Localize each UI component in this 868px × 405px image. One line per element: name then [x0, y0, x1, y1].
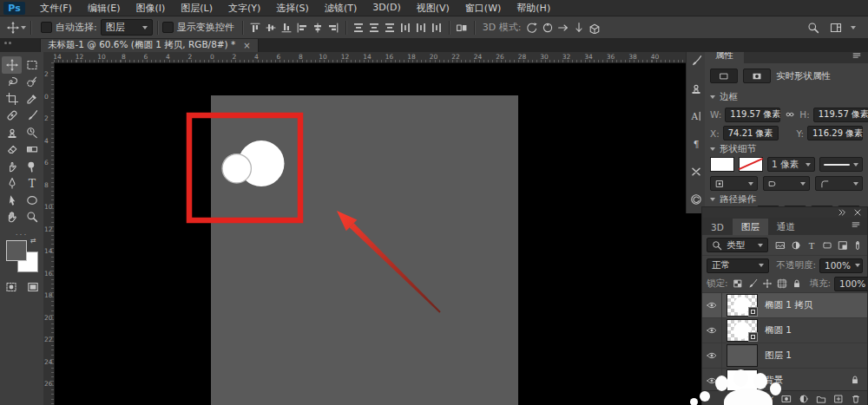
stroke-style-dropdown[interactable]	[819, 157, 863, 172]
screen-mode-icon[interactable]	[25, 279, 41, 295]
layer-thumbnail[interactable]	[727, 344, 758, 367]
para-panel-panel-icon[interactable]: ¶	[688, 136, 704, 152]
stroke-width-dropdown[interactable]: 1 像素	[767, 157, 815, 172]
align-left-icon[interactable]	[294, 20, 310, 36]
smart-filter-icon[interactable]	[836, 238, 849, 253]
close-tab-icon[interactable]: ×	[243, 41, 250, 50]
dist-h-icon[interactable]	[398, 20, 413, 36]
crop-tool[interactable]	[2, 90, 22, 108]
layer-row[interactable]: 图层 1	[702, 343, 867, 369]
tools-overflow-dots[interactable]: ...	[0, 228, 43, 237]
tool-preset-caret-icon[interactable]	[21, 26, 26, 29]
menu-帮助[interactable]: 帮助(H)	[509, 2, 558, 15]
lasso-tool[interactable]	[2, 74, 22, 91]
lock-lock-transp-icon[interactable]	[732, 276, 744, 291]
3d-drag-icon[interactable]	[556, 20, 571, 36]
close-panel-icon[interactable]	[852, 208, 863, 217]
layer-row[interactable]: 椭圆 1 拷贝	[702, 293, 867, 318]
dist-h-icon[interactable]	[429, 20, 444, 36]
collapse-panels-icon[interactable]	[837, 208, 847, 217]
ellipse-tool[interactable]	[22, 192, 42, 209]
dist-h-icon[interactable]	[413, 20, 429, 36]
quicksel-tool[interactable]	[22, 74, 42, 91]
move-tool-option-icon[interactable]	[5, 20, 21, 36]
blend-mode-dropdown[interactable]: 正常	[707, 258, 769, 273]
dist-v-icon[interactable]	[366, 20, 382, 36]
layer-thumbnail[interactable]	[727, 294, 758, 317]
menu-图像[interactable]: 图像(I)	[128, 2, 173, 15]
opacity-dropdown[interactable]: 100%	[819, 258, 863, 273]
link-dimensions-icon[interactable]	[784, 107, 796, 122]
smudge-tool[interactable]	[2, 158, 22, 175]
stroke-color-swatch[interactable]	[739, 157, 763, 172]
menu-窗口[interactable]: 窗口(W)	[457, 2, 509, 15]
vertical-ruler[interactable]: 202468101214161820222426	[43, 62, 55, 405]
brush-tool[interactable]	[22, 108, 42, 125]
clone-panel-panel-icon[interactable]	[688, 81, 704, 96]
transform-section-header[interactable]: 边框	[705, 91, 868, 103]
width-field[interactable]: 119.57 像素	[725, 108, 780, 122]
height-field[interactable]: 119.57 像素	[813, 108, 868, 122]
presets-panel-panel-icon[interactable]	[688, 164, 704, 180]
eraser-tool[interactable]	[2, 141, 22, 159]
hand-tool[interactable]	[2, 209, 22, 226]
ps-logo[interactable]: Ps	[3, 2, 25, 15]
visibility-toggle[interactable]	[702, 318, 722, 343]
histbrush-tool[interactable]	[22, 124, 42, 141]
cc-panel-icon[interactable]	[688, 192, 704, 207]
dist-v-icon[interactable]	[382, 20, 398, 36]
lock-brush-icon[interactable]	[746, 276, 759, 291]
swatch-reset-icon[interactable]: ⇄	[30, 237, 36, 245]
type-filter-icon[interactable]: T	[805, 238, 818, 253]
pen-tool[interactable]	[2, 175, 22, 193]
canvas-viewport[interactable]	[54, 62, 686, 405]
visibility-toggle[interactable]	[702, 343, 722, 368]
path-ops-section-header[interactable]: 路径操作	[705, 193, 868, 206]
fill-color-swatch[interactable]	[710, 157, 734, 172]
align-right-icon[interactable]	[326, 20, 341, 36]
dist-v-icon[interactable]	[351, 20, 366, 36]
3d-slide-icon[interactable]	[571, 20, 587, 36]
tab-图层[interactable]: 图层	[733, 219, 768, 235]
foreground-color-swatch[interactable]	[6, 240, 27, 261]
dodge-tool[interactable]	[22, 158, 42, 175]
filter-toggle-icon[interactable]	[852, 238, 863, 253]
visibility-toggle[interactable]	[702, 293, 722, 317]
stamp-tool[interactable]	[2, 124, 22, 141]
char-panel-panel-icon[interactable]: A	[688, 108, 704, 124]
workspace-icon[interactable]	[828, 20, 844, 36]
new-layer-icon[interactable]	[832, 391, 845, 405]
heal-tool[interactable]	[2, 108, 22, 125]
pixel-filter-icon[interactable]	[773, 238, 786, 253]
menu-文字[interactable]: 文字(Y)	[220, 2, 268, 15]
panel-menu-icon[interactable]	[848, 217, 864, 232]
quick-mask-icon[interactable]	[3, 279, 19, 295]
menu-文件[interactable]: 文件(F)	[32, 2, 80, 15]
stroke-align-dropdown[interactable]	[710, 176, 758, 191]
x-field[interactable]: 74.21 像素	[723, 126, 779, 140]
shape-detail-section-header[interactable]: 形状细节	[705, 143, 868, 155]
pathsel-tool[interactable]	[2, 192, 22, 209]
horizontal-ruler[interactable]: 1412108642024681012141618202224262830323…	[54, 52, 686, 63]
corners-dropdown[interactable]	[815, 176, 863, 191]
menu-图层[interactable]: 图层(L)	[173, 2, 220, 15]
menu-3D[interactable]: 3D(D)	[365, 2, 409, 15]
layer-thumbnail[interactable]	[727, 319, 758, 342]
menu-编辑[interactable]: 编辑(E)	[80, 2, 128, 15]
align-ctr-icon[interactable]	[310, 20, 326, 36]
marquee-tool[interactable]	[22, 56, 42, 74]
mask-props-icon[interactable]	[743, 69, 771, 83]
brush-panel-panel-icon[interactable]	[688, 53, 704, 69]
search-icon[interactable]	[806, 20, 821, 36]
adjust-filter-icon[interactable]	[789, 238, 802, 253]
3d-roll-icon[interactable]	[540, 20, 556, 36]
auto-select-dropdown[interactable]: 图层	[101, 19, 153, 36]
fill-dropdown[interactable]: 100%	[834, 277, 868, 291]
layer-mask-icon[interactable]	[779, 391, 792, 405]
menu-视图[interactable]: 视图(V)	[409, 2, 457, 15]
lock-padlock-icon[interactable]	[791, 276, 803, 291]
menu-滤镜[interactable]: 滤镜(T)	[317, 2, 365, 15]
3d-scale-icon[interactable]	[587, 20, 602, 36]
eyedrop-tool[interactable]	[22, 90, 42, 108]
show-transform-checkbox[interactable]	[162, 22, 174, 33]
